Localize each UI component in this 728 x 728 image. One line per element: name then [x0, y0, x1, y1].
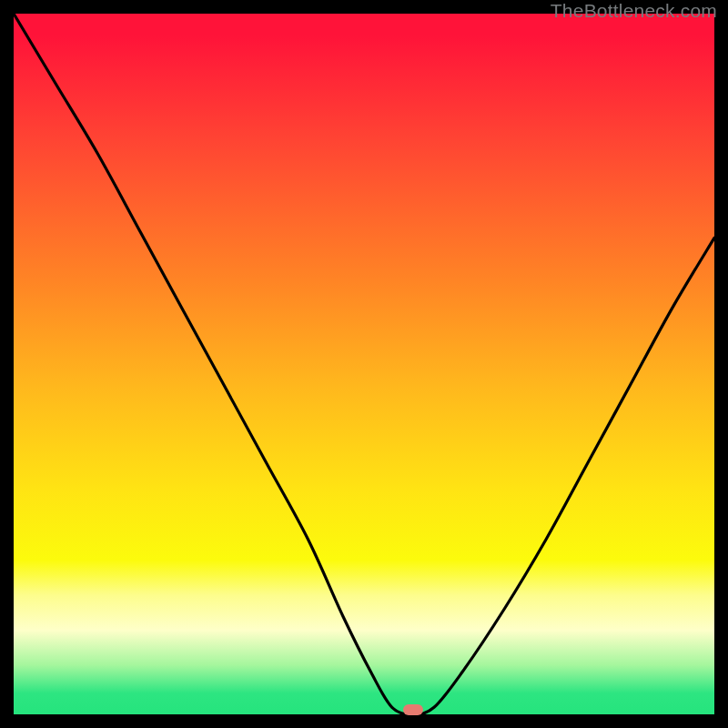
watermark-text: TheBottleneck.com: [551, 0, 717, 22]
bottleneck-curve: [14, 14, 714, 714]
chart-frame: TheBottleneck.com: [0, 0, 728, 728]
plot-area: [14, 14, 714, 714]
optimal-marker: [403, 704, 423, 715]
